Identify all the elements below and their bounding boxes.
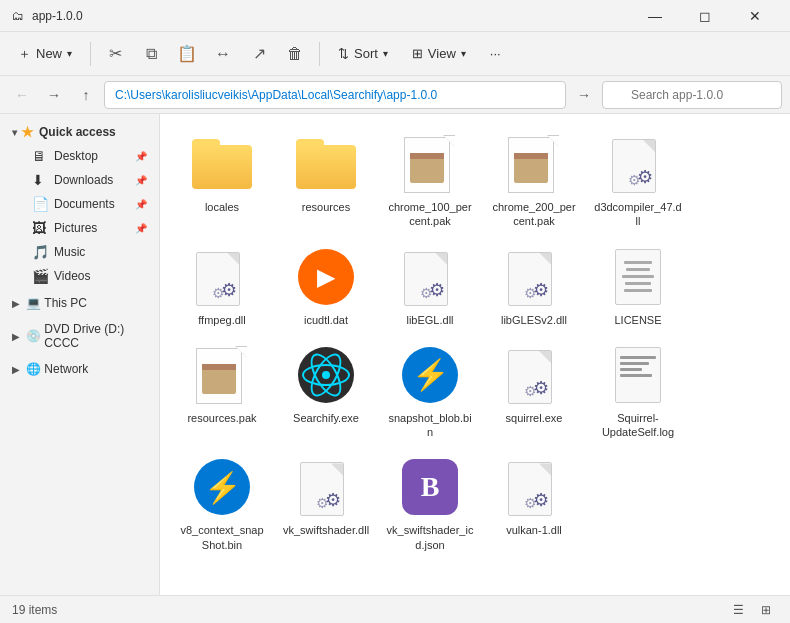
move-button[interactable]: ↔ <box>207 38 239 70</box>
more-button[interactable]: ··· <box>480 41 511 66</box>
file-label: v8_context_snapShot.bin <box>178 523 266 552</box>
toolbar: ＋ New ▾ ✂ ⧉ 📋 ↔ ↗ 🗑 ⇅ Sort ▾ ⊞ View ▾ ··… <box>0 32 790 76</box>
downloads-icon: ⬇ <box>32 172 48 188</box>
file-icon-wrapper <box>190 132 254 196</box>
file-icon-wrapper: ⚙ ⚙ <box>398 245 462 309</box>
network-icon: 🌐 <box>26 362 41 376</box>
network-label: Network <box>44 362 88 376</box>
copy-button[interactable]: ⧉ <box>135 38 167 70</box>
main-content: ▾ ★ Quick access 🖥 Desktop 📌 ⬇ Downloads… <box>0 114 790 595</box>
chevron-down-icon: ▾ <box>12 127 17 138</box>
pak-icon <box>508 135 560 193</box>
file-area: locales resources chrome_100_per cent.pa… <box>160 114 790 595</box>
file-item-Searchify[interactable]: Searchify.exe <box>276 337 376 446</box>
file-icon-wrapper: ⚙ ⚙ <box>502 343 566 407</box>
file-item-d3dcompiler[interactable]: ⚙ ⚙ d3dcompiler_47.dll <box>588 126 688 235</box>
dvd-icon: 💿 <box>26 329 41 343</box>
network-header[interactable]: ▶ 🌐 Network <box>4 358 155 380</box>
dll-icon: ⚙ ⚙ <box>196 248 248 306</box>
close-button[interactable]: ✕ <box>732 0 778 32</box>
file-item-libGLESv2[interactable]: ⚙ ⚙ libGLESv2.dll <box>484 239 584 333</box>
sidebar-item-videos[interactable]: 🎬 Videos <box>4 264 155 288</box>
sort-label: Sort <box>354 46 378 61</box>
file-item-resources[interactable]: resources <box>276 126 376 235</box>
file-icon-wrapper: ⚙ ⚙ <box>294 455 358 519</box>
status-bar: 19 items ☰ ⊞ <box>0 595 790 623</box>
chevron-down-icon: ▾ <box>67 48 72 59</box>
folder-icon <box>296 139 356 189</box>
file-item-SquirrelUpdate[interactable]: Squirrel-UpdateSelf.log <box>588 337 688 446</box>
file-item-vk_swiftshader_icdjson[interactable]: B vk_swiftshader_icd.json <box>380 449 480 558</box>
toolbar-divider-1 <box>90 42 91 66</box>
grid-view-button[interactable]: ⊞ <box>754 598 778 622</box>
file-item-ffmpeg[interactable]: ⚙ ⚙ ffmpeg.dll <box>172 239 272 333</box>
list-view-button[interactable]: ☰ <box>726 598 750 622</box>
bootstrap-icon: B <box>402 459 458 515</box>
new-button[interactable]: ＋ New ▾ <box>8 40 82 68</box>
sidebar-item-downloads[interactable]: ⬇ Downloads 📌 <box>4 168 155 192</box>
file-icon-wrapper: ⚙ ⚙ <box>190 245 254 309</box>
pin-icon: 📌 <box>135 151 147 162</box>
pictures-icon: 🖼 <box>32 220 48 236</box>
share-button[interactable]: ↗ <box>243 38 275 70</box>
sidebar-item-desktop[interactable]: 🖥 Desktop 📌 <box>4 144 155 168</box>
delete-button[interactable]: 🗑 <box>279 38 311 70</box>
up-button[interactable]: ↑ <box>72 81 100 109</box>
file-icon-wrapper: ▶ <box>294 245 358 309</box>
downloads-label: Downloads <box>54 173 113 187</box>
file-icon-wrapper: B <box>398 455 462 519</box>
paste-button[interactable]: 📋 <box>171 38 203 70</box>
this-pc-header[interactable]: ▶ 💻 This PC <box>4 292 155 314</box>
documents-label: Documents <box>54 197 115 211</box>
address-go-button[interactable]: → <box>570 81 598 109</box>
file-label: squirrel.exe <box>506 411 563 425</box>
plus-icon: ＋ <box>18 45 31 63</box>
dll-icon: ⚙ ⚙ <box>508 346 560 404</box>
dll-icon: ⚙ ⚙ <box>612 135 664 193</box>
view-chevron-icon: ▾ <box>461 48 466 59</box>
file-item-icudtl[interactable]: ▶ icudtl.dat <box>276 239 376 333</box>
file-icon-wrapper <box>190 343 254 407</box>
file-item-snapshot_blob[interactable]: ⚡ snapshot_blob.bin <box>380 337 480 446</box>
file-item-chrome_200[interactable]: chrome_200_per cent.pak <box>484 126 584 235</box>
file-label: d3dcompiler_47.dll <box>594 200 682 229</box>
cut-button[interactable]: ✂ <box>99 38 131 70</box>
dvd-header[interactable]: ▶ 💿 DVD Drive (D:) CCCC <box>4 318 155 354</box>
file-item-resources_pak[interactable]: resources.pak <box>172 337 272 446</box>
sort-button[interactable]: ⇅ Sort ▾ <box>328 41 398 66</box>
this-pc-chevron-icon: ▶ <box>12 298 20 309</box>
file-item-v8_context[interactable]: ⚡ v8_context_snapShot.bin <box>172 449 272 558</box>
file-item-LICENSE[interactable]: LICENSE <box>588 239 688 333</box>
address-input[interactable] <box>104 81 566 109</box>
file-item-vk_swiftshader[interactable]: ⚙ ⚙ vk_swiftshader.dll <box>276 449 376 558</box>
file-icon-wrapper: ⚙ ⚙ <box>502 245 566 309</box>
view-button[interactable]: ⊞ View ▾ <box>402 41 476 66</box>
file-label: libGLESv2.dll <box>501 313 567 327</box>
quick-access-header[interactable]: ▾ ★ Quick access <box>4 120 155 144</box>
file-item-locales[interactable]: locales <box>172 126 272 235</box>
file-item-libEGL[interactable]: ⚙ ⚙ libEGL.dll <box>380 239 480 333</box>
file-item-vulkan[interactable]: ⚙ ⚙ vulkan-1.dll <box>484 449 584 558</box>
this-pc-section: ▶ 💻 This PC <box>0 292 159 314</box>
license-icon <box>615 249 661 305</box>
sidebar-item-documents[interactable]: 📄 Documents 📌 <box>4 192 155 216</box>
dll-icon: ⚙ ⚙ <box>404 248 456 306</box>
quick-access-section: ▾ ★ Quick access 🖥 Desktop 📌 ⬇ Downloads… <box>0 120 159 288</box>
pak-icon <box>404 135 456 193</box>
search-input[interactable] <box>602 81 782 109</box>
forward-button[interactable]: → <box>40 81 68 109</box>
file-item-chrome_100[interactable]: chrome_100_per cent.pak <box>380 126 480 235</box>
toolbar-divider-2 <box>319 42 320 66</box>
sort-chevron-icon: ▾ <box>383 48 388 59</box>
back-button[interactable]: ← <box>8 81 36 109</box>
maximize-button[interactable]: ◻ <box>682 0 728 32</box>
sidebar-item-pictures[interactable]: 🖼 Pictures 📌 <box>4 216 155 240</box>
more-label: ··· <box>490 46 501 61</box>
file-item-squirrel[interactable]: ⚙ ⚙ squirrel.exe <box>484 337 584 446</box>
status-bar-right: ☰ ⊞ <box>726 598 778 622</box>
sidebar-item-music[interactable]: 🎵 Music <box>4 240 155 264</box>
file-label: libEGL.dll <box>406 313 453 327</box>
minimize-button[interactable]: — <box>632 0 678 32</box>
file-icon-wrapper: ⚙ ⚙ <box>606 132 670 196</box>
quick-access-label: Quick access <box>39 125 116 139</box>
